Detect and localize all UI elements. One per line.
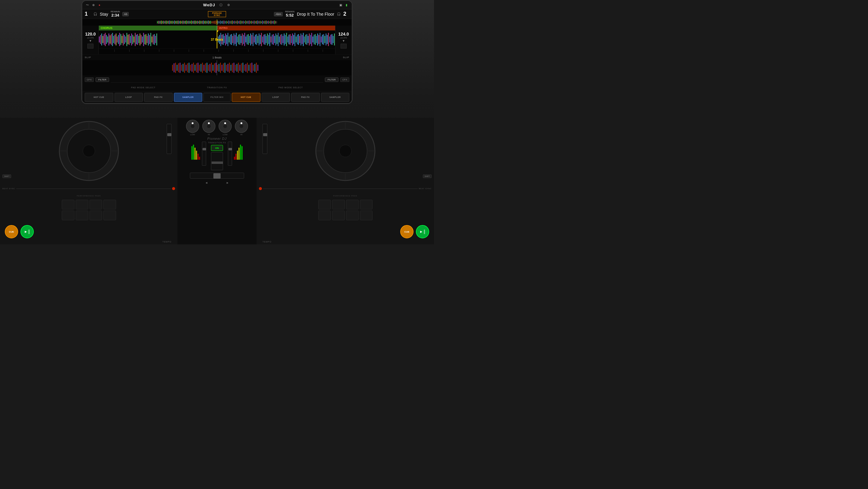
svg-rect-104 <box>101 33 102 45</box>
phrase-sync-box[interactable]: PHRASE SYNC <box>208 11 226 17</box>
right-fader[interactable] <box>262 124 267 154</box>
left-pad-8[interactable] <box>103 210 116 220</box>
deck1-sampler-btn[interactable]: SAMPLER <box>174 93 203 102</box>
top-bar-center: WeDJ ⓘ ⚙ <box>203 3 231 7</box>
left-channel-fader-handle[interactable] <box>203 148 206 150</box>
deck1-filter-button[interactable]: FILTER <box>96 77 109 82</box>
low-knob-left[interactable] <box>186 120 199 133</box>
svg-rect-235 <box>316 36 317 43</box>
left-fader-handle[interactable] <box>167 133 172 136</box>
nav-left-arrow[interactable]: ◄ <box>205 181 208 185</box>
filter-mix-btn[interactable]: FILTER MIX <box>204 93 230 102</box>
deck2-loop-btn[interactable]: LOOP <box>261 93 290 102</box>
crossfader-handle[interactable] <box>213 173 221 179</box>
svg-rect-39 <box>202 21 203 24</box>
hi-knob-right[interactable] <box>235 120 248 133</box>
right-jog-wheel-svg[interactable] <box>315 121 375 181</box>
right-channel-fader-handle[interactable] <box>228 148 232 150</box>
left-pad-2[interactable] <box>76 200 88 209</box>
svg-rect-202 <box>276 35 277 44</box>
svg-rect-12 <box>169 21 170 24</box>
right-channel-fader[interactable] <box>228 141 232 166</box>
low-knob-right[interactable] <box>218 120 232 133</box>
right-pad-7[interactable] <box>346 210 359 220</box>
svg-rect-107 <box>105 33 106 46</box>
crossfader-container[interactable] <box>190 173 244 179</box>
deck1-loop-btn[interactable]: LOOP <box>115 93 143 102</box>
svg-rect-257 <box>204 50 204 52</box>
svg-rect-117 <box>117 36 118 42</box>
right-pad-3[interactable] <box>346 200 359 209</box>
left-channel-fader[interactable] <box>202 141 206 166</box>
right-pad-4[interactable] <box>360 200 373 209</box>
svg-rect-115 <box>115 35 116 44</box>
left-pad-6[interactable] <box>76 210 88 220</box>
svg-rect-209 <box>285 35 286 44</box>
transition-fader[interactable] <box>211 152 223 170</box>
right-pad-1[interactable] <box>318 200 331 209</box>
deck2-cfx-button[interactable]: CFX <box>340 77 349 82</box>
right-cue-button[interactable]: CUE <box>400 225 413 238</box>
deck1-bpm-variance: ±0.0% <box>87 36 94 39</box>
left-pad-3[interactable] <box>90 200 102 209</box>
transition-fader-handle[interactable] <box>212 162 223 164</box>
right-pad-6[interactable] <box>332 210 345 220</box>
left-pad-4[interactable] <box>103 200 116 209</box>
left-pad-1[interactable] <box>62 200 74 209</box>
right-meter-bar-6 <box>241 146 243 160</box>
right-fader-handle[interactable] <box>263 133 267 136</box>
svg-rect-243 <box>326 33 327 45</box>
svg-rect-251 <box>114 50 115 52</box>
svg-rect-121 <box>121 36 122 43</box>
svg-rect-170 <box>238 35 239 44</box>
deck2-bpm-dropdown[interactable]: ▼ <box>342 39 345 42</box>
deck1-pad-fx-btn[interactable]: PAD FX <box>144 93 173 102</box>
left-fader[interactable] <box>167 124 172 154</box>
svg-rect-281 <box>195 65 195 71</box>
svg-rect-23 <box>183 21 183 24</box>
deck2-sampler-btn[interactable]: SAMPLER <box>321 93 350 102</box>
transition-fx-on-btn[interactable]: ON <box>211 145 223 151</box>
svg-rect-304 <box>229 63 230 73</box>
left-cue-button[interactable]: CUE <box>5 225 18 238</box>
deck2-hot-cue-btn[interactable]: HOT CUE <box>232 93 260 102</box>
right-pad-5[interactable] <box>318 210 331 220</box>
left-shift-btn[interactable]: SHIFT <box>2 174 11 178</box>
svg-rect-284 <box>199 65 200 71</box>
svg-rect-143 <box>148 33 149 45</box>
svg-rect-163 <box>230 35 231 44</box>
right-pad-8[interactable] <box>360 210 373 220</box>
svg-rect-259 <box>233 50 234 52</box>
svg-rect-18 <box>177 21 177 24</box>
deck1-track-name: Stay <box>100 12 108 17</box>
hi-knob-left[interactable] <box>202 120 216 133</box>
deck1-bpm-dropdown[interactable]: ▼ <box>89 39 92 42</box>
left-pads-grid[interactable] <box>62 200 116 220</box>
svg-rect-188 <box>260 35 261 44</box>
right-hardware-deck: BEAT SYNC SHIFT PERFORMANCE PADS CUE <box>256 118 434 244</box>
deck1-cfx-button[interactable]: CFX <box>85 77 94 82</box>
left-jog-wheel-svg[interactable] <box>59 121 119 181</box>
right-pad-2[interactable] <box>332 200 345 209</box>
waveform-svg <box>99 30 335 48</box>
phrase-chorus-bar: CHORUS <box>99 26 217 30</box>
left-pad-7[interactable] <box>90 210 102 220</box>
left-play-button[interactable]: ►║ <box>21 225 34 238</box>
right-play-button[interactable]: ►║ <box>416 225 429 238</box>
nav-right-arrow[interactable]: ► <box>226 181 229 185</box>
headphone-icon-left: 🎧 <box>93 12 97 16</box>
left-pad-5[interactable] <box>62 210 74 220</box>
right-pads-grid[interactable] <box>318 200 373 220</box>
lower-waveform-svg <box>82 60 352 75</box>
deck2-pad-fx-btn[interactable]: PAD FX <box>291 93 320 102</box>
info-icon[interactable]: ⓘ <box>219 3 223 7</box>
svg-rect-124 <box>125 36 126 42</box>
svg-rect-269 <box>177 65 178 71</box>
right-beat-sync-label: BEAT SYNC <box>419 188 432 190</box>
right-shift-btn[interactable]: SHIFT <box>423 174 432 178</box>
gear-icon[interactable]: ⚙ <box>227 3 231 7</box>
deck2-filter-button[interactable]: FILTER <box>325 77 338 82</box>
deck1-hot-cue-btn[interactable]: HOT CUE <box>85 93 113 102</box>
svg-rect-70 <box>239 21 240 24</box>
top-bar-right: ▣ ▮ <box>338 3 349 7</box>
